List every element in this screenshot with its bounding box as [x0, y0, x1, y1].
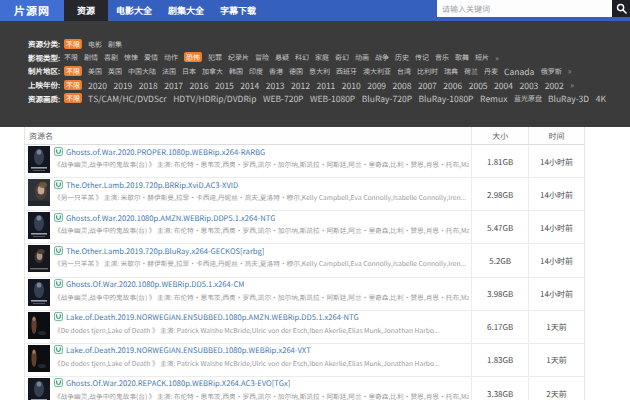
filter-option[interactable]: 2003: [519, 79, 538, 91]
filter-option[interactable]: 短片: [475, 52, 489, 62]
filter-option[interactable]: 动画: [355, 52, 369, 62]
nav-item-4[interactable]: 字幕下载: [212, 0, 264, 21]
filter-option[interactable]: 歌舞: [455, 52, 469, 62]
filter-option[interactable]: 日本: [182, 66, 196, 76]
filter-option[interactable]: 台湾: [397, 66, 411, 76]
filter-option[interactable]: 不限: [64, 80, 82, 90]
filter-option[interactable]: 历史: [395, 52, 409, 62]
filter-option[interactable]: 剧情: [84, 52, 98, 62]
filter-option[interactable]: 香港: [269, 66, 283, 76]
poster-thumbnail: [28, 345, 50, 372]
resource-title-link[interactable]: The.Other.Lamb.2019.720p.BluRay.x264-GEC…: [66, 245, 264, 256]
filter-option[interactable]: 2012: [291, 79, 310, 91]
filter-option[interactable]: BluRay-720P: [362, 92, 412, 104]
filter-option[interactable]: 德国: [289, 66, 303, 76]
filter-more-toggle[interactable]: »: [568, 65, 572, 76]
filter-option[interactable]: 爱情: [144, 52, 158, 62]
filter-option[interactable]: 音乐: [435, 52, 449, 62]
filter-option[interactable]: 冒险: [255, 52, 269, 62]
filter-option[interactable]: 2019: [113, 79, 132, 91]
filter-option[interactable]: 2010: [342, 79, 361, 91]
filter-option[interactable]: 犯罪: [208, 52, 222, 62]
filter-option[interactable]: 2016: [190, 79, 209, 91]
filter-option[interactable]: 美国: [88, 66, 102, 76]
filter-option[interactable]: 电影: [88, 39, 102, 49]
filter-option[interactable]: 意大利: [309, 66, 330, 76]
site-logo[interactable]: 片源网: [0, 0, 64, 21]
filter-option[interactable]: 2006: [443, 79, 462, 91]
top-navbar: 片源网 资源电影大全剧集大全字幕下载: [0, 0, 630, 21]
filter-option[interactable]: 2008: [393, 79, 412, 91]
filter-option[interactable]: 惊悚: [124, 52, 138, 62]
filter-option[interactable]: 不限: [64, 66, 82, 76]
filter-option[interactable]: WEB-1080P: [310, 92, 355, 104]
filter-option[interactable]: 2020: [88, 79, 107, 91]
filter-option[interactable]: 2009: [367, 79, 386, 91]
filter-option[interactable]: 2018: [139, 79, 158, 91]
filter-option[interactable]: 2017: [164, 79, 183, 91]
filter-option[interactable]: 2013: [266, 79, 285, 91]
filter-option[interactable]: Canada: [504, 65, 534, 77]
filter-option[interactable]: 2014: [240, 79, 259, 91]
search-button[interactable]: [612, 0, 630, 17]
filter-option[interactable]: BluRay-3D: [548, 92, 589, 104]
filter-option[interactable]: 2004: [494, 79, 513, 91]
filter-option[interactable]: 澳大利亚: [363, 66, 391, 76]
filter-option[interactable]: 2002: [545, 79, 564, 91]
filter-more-toggle[interactable]: »: [495, 52, 499, 63]
filter-option[interactable]: 家庭: [315, 52, 329, 62]
filter-option[interactable]: 中国大陆: [128, 66, 156, 76]
filter-option[interactable]: 4K: [596, 92, 606, 104]
nav-item-1[interactable]: 资源: [64, 0, 108, 21]
filter-option[interactable]: 比利时: [417, 66, 438, 76]
filter-option[interactable]: 丹麦: [484, 66, 498, 76]
filter-option[interactable]: HDTV/HDRip/DVDRip: [173, 92, 256, 104]
filter-option[interactable]: 俄罗斯: [541, 66, 562, 76]
filter-option[interactable]: TS/CAM/HC/DVDScr: [88, 92, 167, 104]
filter-option[interactable]: 不限: [64, 39, 82, 49]
search-icon: [616, 3, 627, 14]
resource-title-link[interactable]: The.Other.Lamb.2019.720p.BRRip.XviD.AC3-…: [66, 179, 238, 190]
filter-option[interactable]: 奇幻: [335, 52, 349, 62]
filter-option[interactable]: 2011: [316, 79, 335, 91]
filter-option[interactable]: 科幻: [295, 52, 309, 62]
resource-description: 《De dodes tjern,Lake of Death 》 主演: Patr…: [54, 358, 469, 368]
filter-option[interactable]: 2005: [469, 79, 488, 91]
resource-title-link[interactable]: Ghosts.of.War.2020.PROPER.1080p.WEBRip.x…: [66, 146, 265, 157]
filter-more-toggle[interactable]: »: [570, 79, 574, 90]
nav-item-3[interactable]: 剧集大全: [160, 0, 212, 21]
resource-title-link[interactable]: Ghosts.Of.War.2020.REPACK.1080p.WEBRip.X…: [66, 378, 290, 389]
filter-option[interactable]: 印度: [249, 66, 263, 76]
filter-option[interactable]: 不限: [64, 52, 78, 62]
filter-option[interactable]: 纪录片: [228, 52, 249, 62]
filter-option[interactable]: 瑞典: [444, 66, 458, 76]
filter-option[interactable]: 荷兰: [464, 66, 478, 76]
filter-option[interactable]: 悬疑: [275, 52, 289, 62]
filter-option[interactable]: 加拿大: [202, 66, 223, 76]
size-cell: 6.17GB: [471, 311, 528, 343]
resource-title-link[interactable]: Ghosts.of.War.2020.1080p.AMZN.WEBRip.DDP…: [66, 212, 275, 223]
filter-option[interactable]: 西班牙: [336, 66, 357, 76]
filter-option[interactable]: 韩国: [229, 66, 243, 76]
filter-option[interactable]: 英国: [108, 66, 122, 76]
filter-option[interactable]: 恐怖: [184, 52, 202, 62]
time-cell: 14小时前: [528, 211, 584, 243]
filter-option[interactable]: 战争: [375, 52, 389, 62]
filter-option[interactable]: 不限: [64, 93, 82, 103]
filter-option[interactable]: 剧集: [108, 39, 122, 49]
filter-option[interactable]: 动作: [164, 52, 178, 62]
resource-title-link[interactable]: Lake.of.Death.2019.NORWEGIAN.ENSUBBED.10…: [66, 312, 359, 323]
resource-title-link[interactable]: Ghosts.Of.War.2020.1080p.WEBRip.DD5.1.x2…: [66, 279, 244, 290]
filter-option[interactable]: 蓝光原盘: [514, 93, 542, 103]
search-input[interactable]: [437, 0, 612, 17]
filter-option[interactable]: 2007: [418, 79, 437, 91]
filter-option[interactable]: BluRay-1080P: [419, 92, 474, 104]
filter-option[interactable]: 2015: [215, 79, 234, 91]
resource-title-link[interactable]: Lake.of.Death.2019.NORWEGIAN.ENSUBBED.10…: [66, 345, 311, 356]
filter-option[interactable]: 传记: [415, 52, 429, 62]
filter-option[interactable]: 喜剧: [104, 52, 118, 62]
nav-item-2[interactable]: 电影大全: [108, 0, 160, 21]
filter-option[interactable]: WEB-720P: [263, 92, 304, 104]
filter-option[interactable]: Remux: [480, 92, 507, 104]
filter-option[interactable]: 法国: [162, 66, 176, 76]
